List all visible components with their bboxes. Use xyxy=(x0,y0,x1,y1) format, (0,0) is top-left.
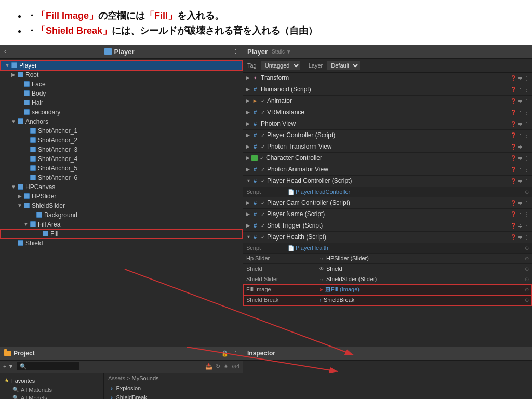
tree-item-shield[interactable]: Shield xyxy=(0,238,243,248)
component-vrm[interactable]: ▶ # ✓ VRMInstance ❓ ≑ ⋮ xyxy=(243,107,532,118)
component-pn[interactable]: ▶ # ✓ Player Name (Script) ❓ ≑ ⋮ xyxy=(243,209,532,220)
prop-label-shieldslider: Shield Slider xyxy=(246,276,319,282)
comp-name-vrm: VRMInstance xyxy=(267,109,510,116)
tag-dropdown[interactable]: Untagged xyxy=(261,61,300,70)
component-pcc[interactable]: ▶ # ✓ Player Cam Controller (Script) ❓ ≑… xyxy=(243,197,532,209)
cube-icon-fill xyxy=(42,230,49,237)
search-icon-models: 🔍 xyxy=(12,395,19,399)
import-icon[interactable]: 📥 xyxy=(205,363,212,370)
comp-actions-pcc: ❓ ≑ ⋮ xyxy=(510,200,529,206)
component-char-ctrl[interactable]: ▶ ✓ Character Controller ❓ ≑ ⋮ xyxy=(243,153,532,164)
check-pav[interactable]: ✓ xyxy=(261,167,265,172)
refresh-icon[interactable]: ↻ xyxy=(216,363,220,370)
prop-value-shieldslider: ↔ ShieldSlider (Slider) xyxy=(319,276,377,282)
check-pcc[interactable]: ✓ xyxy=(261,200,265,206)
fill-image-value: 🖼Fill (Image) xyxy=(325,286,360,292)
all-materials-item[interactable]: 🔍 All Materials xyxy=(4,385,99,394)
check-ptv[interactable]: ✓ xyxy=(261,144,265,150)
arrow-root: ▶ xyxy=(10,72,17,77)
prop-label-fill-image: Fill Image xyxy=(246,286,319,292)
hierarchy-title: Player xyxy=(104,48,134,56)
sound-shieldbreak[interactable]: ♪ ShieldBreak xyxy=(108,393,238,399)
search-input[interactable] xyxy=(17,362,79,370)
inspector-player-title: Player xyxy=(247,48,268,56)
comp-actions-pn: ❓ ≑ ⋮ xyxy=(510,211,529,217)
layer-text: Layer xyxy=(309,62,323,69)
component-animator[interactable]: ▶ ► ✓ Animator ❓ ≑ ⋮ xyxy=(243,96,532,107)
check-phc[interactable]: ✓ xyxy=(261,178,265,184)
tree-item-shotanchor1[interactable]: ShotAnchor_1 xyxy=(0,126,243,136)
bottom-inspector-title: Inspector xyxy=(247,350,275,357)
comp-actions-transform: ❓ ≑ ⋮ xyxy=(510,75,529,81)
tree-item-root[interactable]: ▶ Root xyxy=(0,70,243,79)
tree-item-shotanchor3[interactable]: ShotAnchor_3 xyxy=(0,145,243,154)
check-pc[interactable]: ✓ xyxy=(261,132,265,138)
hierarchy-options[interactable]: ⋮ xyxy=(233,48,238,55)
tree-item-hair[interactable]: Hair xyxy=(0,98,243,108)
tree-item-hpslider[interactable]: ▶ HPSlider xyxy=(0,192,243,201)
component-ph[interactable]: ▼ # ✓ Player Health (Script) ❓ ≑ ⋮ xyxy=(243,232,532,243)
check-animator[interactable]: ✓ xyxy=(261,98,265,104)
layers-icon[interactable]: ⊘4 xyxy=(232,363,240,370)
top-instructions: ・「Fill Image」の空欄には「Fill」を入れる。 ・「Shield B… xyxy=(0,0,532,45)
component-phc[interactable]: ▼ # ✓ Player Head Controller (Script) ❓ … xyxy=(243,176,532,187)
tree-item-shieldslider[interactable]: ▼ ShieldSlider xyxy=(0,201,243,210)
tree-item-shotanchor5[interactable]: ShotAnchor_5 xyxy=(0,164,243,173)
hash-icon-vrm: # xyxy=(251,109,259,116)
component-st[interactable]: ▶ # ✓ Shot Trigger (Script) ❓ ≑ ⋮ xyxy=(243,220,532,232)
add-button[interactable]: + ▼ xyxy=(3,363,14,369)
comp-name-pcc: Player Cam Controller (Script) xyxy=(267,199,510,206)
comp-name-animator: Animator xyxy=(267,97,510,104)
tree-item-hpcanvas[interactable]: ▼ HPCanvas xyxy=(0,182,243,192)
tree-item-fillarea[interactable]: ▼ Fill Area xyxy=(0,220,243,229)
cube-icon-sa5 xyxy=(29,165,36,172)
check-pn[interactable]: ✓ xyxy=(261,211,265,217)
cube-icon-shieldslider xyxy=(23,202,30,209)
comp-name-pn: Player Name (Script) xyxy=(267,210,510,218)
project-header: Project 🔒 ⋮ xyxy=(0,347,243,361)
tree-item-shotanchor6[interactable]: ShotAnchor_6 xyxy=(0,173,243,182)
breadcrumb: Assets > MySounds xyxy=(108,375,238,381)
tree-item-anchors[interactable]: ▼ Anchors xyxy=(0,117,243,126)
component-pav[interactable]: ▶ # ✓ Photon Animator View ❓ ≑ ⋮ xyxy=(243,164,532,176)
check-vrm[interactable]: ✓ xyxy=(261,110,265,115)
component-ptv[interactable]: ▶ # ✓ Photon Transform View ❓ ≑ ⋮ xyxy=(243,141,532,153)
sound-explosion[interactable]: ♪ Explosion xyxy=(108,383,238,393)
sound-explosion-label: Explosion xyxy=(116,385,141,391)
star-icon[interactable]: ★ xyxy=(223,363,229,370)
arrow-player: ▼ xyxy=(4,62,10,68)
image-icon-fill: ➤ xyxy=(319,287,323,292)
component-transform[interactable]: ▶ ✦ Transform ❓ ≑ ⋮ xyxy=(243,73,532,84)
music-icon-shieldbreak: ♪ xyxy=(110,394,113,399)
check-st[interactable]: ✓ xyxy=(261,223,265,229)
tree-label-sa1: ShotAnchor_1 xyxy=(38,127,77,135)
tree-item-secondary[interactable]: secondary xyxy=(0,108,243,117)
instruction-line-2: ・「Shield Break」には、シールドが破壊される音を入れる（自由） xyxy=(27,23,520,38)
tree-item-shotanchor4[interactable]: ShotAnchor_4 xyxy=(0,154,243,164)
favorites-header[interactable]: ★ Favorites xyxy=(4,376,99,385)
tree-item-shotanchor2[interactable]: ShotAnchor_2 xyxy=(0,136,243,145)
component-player-ctrl[interactable]: ▶ # ✓ Player Controller (Script) ❓ ≑ ⋮ xyxy=(243,130,532,141)
prop-label-shield: Shield xyxy=(246,265,319,272)
layer-dropdown[interactable]: Default xyxy=(327,61,360,70)
unity-cube-icon xyxy=(104,48,112,55)
check-cc[interactable]: ✓ xyxy=(260,155,264,161)
tree-label-sa6: ShotAnchor_6 xyxy=(38,174,77,181)
folder-icon xyxy=(4,351,11,356)
cube-icon-sa6 xyxy=(29,174,36,181)
all-models-item[interactable]: 🔍 All Models xyxy=(4,394,99,399)
sound-shieldbreak-label: ShieldBreak xyxy=(116,394,147,399)
tree-item-fill[interactable]: Fill xyxy=(0,229,243,238)
check-ph[interactable]: ✓ xyxy=(261,234,265,240)
tree-item-face[interactable]: Face xyxy=(0,79,243,89)
tree-label-sa2: ShotAnchor_2 xyxy=(38,137,77,144)
collapse-chevron[interactable]: ‹ xyxy=(4,48,6,55)
component-humanoid[interactable]: ▶ # Humanoid (Script) ❓ ≑ ⋮ xyxy=(243,84,532,96)
tree-label-face: Face xyxy=(32,81,46,88)
tree-item-player[interactable]: ▼ Player xyxy=(0,61,243,70)
script-file-icon-ph: 📄 xyxy=(288,245,294,251)
favorites-star-icon: ★ xyxy=(4,377,9,384)
tree-item-background[interactable]: Background xyxy=(0,210,243,220)
component-photon-view[interactable]: ▶ # Photon View ❓ ≑ ⋮ xyxy=(243,118,532,130)
tree-item-body[interactable]: Body xyxy=(0,89,243,98)
